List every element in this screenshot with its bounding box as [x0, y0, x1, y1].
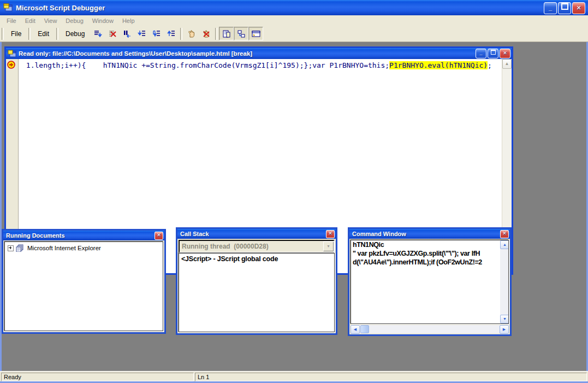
running-documents-title-bar[interactable]: Running Documents ✕	[3, 231, 164, 240]
chevron-down-icon[interactable]: ▼	[323, 241, 334, 251]
command-window-icon	[252, 30, 260, 38]
code-line: 1.length;i++){ hTN1NQic +=String.fromCha…	[22, 61, 492, 69]
menu-bar: File Edit View Debug Window Help	[0, 15, 588, 26]
minimize-icon: _	[479, 50, 482, 56]
code-post: ;	[488, 61, 492, 69]
clear-all-breakpoints-button[interactable]	[199, 27, 213, 40]
command-horizontal-scrollbar[interactable]: ◀ ▶	[351, 325, 509, 333]
scroll-up-icon[interactable]: ▲	[500, 240, 509, 249]
run-icon	[93, 30, 102, 38]
close-icon: ✕	[502, 231, 507, 236]
script-debugger-window: Microsoft Script Debugger _ ✕ File Edit …	[0, 0, 588, 383]
command-window-close-button[interactable]: ✕	[500, 230, 509, 238]
document-title: Read only: file://C:\Documents and Setti…	[19, 50, 252, 57]
status-ready-text: Ready	[4, 374, 21, 380]
stop-debugging-icon	[108, 30, 117, 38]
call-stack-title-bar[interactable]: Call Stack ✕	[177, 229, 336, 239]
code-pre: 1.length;i++){ hTN1NQic +=String.fromCha…	[22, 61, 389, 69]
toggle-breakpoint-icon	[187, 30, 196, 38]
clear-all-breakpoints-icon	[202, 30, 211, 38]
step-over-icon	[152, 30, 161, 38]
maximize-button[interactable]	[558, 2, 571, 14]
call-stack-title: Call Stack	[180, 231, 209, 237]
command-window-text[interactable]: hTN1NQic " var pkzLfv=uXGJZXGp.split(\"'…	[351, 240, 509, 324]
command-line: " var pkzLfv=uXGJZXGp.split(\"'\"); var …	[351, 249, 508, 258]
debug-toolbar-button[interactable]: Debug	[60, 27, 90, 40]
call-stack-close-button[interactable]: ✕	[326, 230, 335, 238]
menu-window[interactable]: Window	[88, 16, 118, 25]
tree-item-label: Microsoft Internet Explorer	[27, 245, 101, 251]
call-stack-toggle-button[interactable]	[234, 27, 248, 40]
window-title: Microsoft Script Debugger	[16, 4, 105, 12]
running-documents-title: Running Documents	[6, 232, 65, 239]
document-maximize-button[interactable]	[488, 49, 498, 58]
close-icon: ✕	[157, 232, 161, 238]
stop-debugging-button[interactable]	[105, 27, 120, 40]
toggle-breakpoint-button[interactable]	[184, 27, 199, 40]
run-button[interactable]	[90, 27, 105, 40]
document-icon	[8, 50, 16, 57]
tree-expand-icon[interactable]	[8, 245, 14, 251]
command-window-title-bar[interactable]: Command Window ✕	[349, 229, 510, 239]
documents-stack-icon	[16, 244, 25, 252]
file-toolbar-button[interactable]: File	[5, 27, 27, 40]
status-line-number: Ln 1	[195, 373, 587, 381]
status-ready: Ready	[1, 373, 194, 381]
edit-toolbar-button[interactable]: Edit	[32, 27, 55, 40]
running-documents-toggle-button[interactable]	[219, 27, 234, 40]
minimize-icon: _	[549, 4, 552, 11]
step-out-button[interactable]	[164, 27, 179, 40]
toolbar: File Edit Debug	[0, 26, 588, 42]
document-title-bar[interactable]: Read only: file://C:\Documents and Setti…	[6, 48, 512, 59]
stack-frame-item[interactable]: <JScript> - JScript global code	[179, 254, 334, 263]
running-documents-tree: Microsoft Internet Explorer	[4, 241, 163, 331]
break-at-next-statement-icon	[123, 30, 132, 38]
menu-edit[interactable]: Edit	[21, 16, 40, 25]
command-vertical-scrollbar[interactable]: ▲ ▼	[500, 240, 508, 323]
document-minimize-button[interactable]: _	[476, 49, 486, 58]
scroll-right-icon[interactable]: ▶	[500, 325, 509, 334]
minimize-button[interactable]: _	[544, 2, 557, 14]
scrollbar-thumb[interactable]	[360, 325, 369, 333]
close-icon: ✕	[576, 4, 581, 11]
thread-dropdown[interactable]: Running thread (00000D28) ▼	[179, 240, 335, 253]
maximize-icon	[491, 50, 496, 55]
tree-item-internet-explorer[interactable]: Microsoft Internet Explorer	[5, 242, 163, 252]
toolbar-separator	[28, 28, 31, 40]
toolbar-separator	[2, 28, 4, 40]
current-statement-arrow-icon	[7, 61, 16, 69]
toolbar-separator	[215, 28, 217, 40]
close-icon: ✕	[328, 231, 332, 236]
step-into-icon	[138, 30, 146, 38]
code-highlighted-statement: P1rBNHYO.eval(hTN1NQic)	[389, 61, 488, 69]
running-documents-icon	[222, 30, 231, 38]
menu-file[interactable]: File	[2, 16, 21, 25]
scroll-left-icon[interactable]: ◀	[351, 325, 360, 334]
command-window-title: Command Window	[352, 231, 406, 237]
close-button[interactable]: ✕	[572, 2, 585, 14]
call-stack-list: <JScript> - JScript global code	[179, 253, 335, 332]
step-into-button[interactable]	[134, 27, 149, 40]
maximize-icon	[561, 3, 568, 10]
menu-debug[interactable]: Debug	[61, 16, 87, 25]
call-stack-panel: Call Stack ✕ Running thread (00000D28) ▼…	[176, 227, 337, 335]
menu-view[interactable]: View	[40, 16, 62, 25]
close-icon: ✕	[503, 50, 507, 56]
toolbar-separator	[56, 28, 58, 40]
break-at-next-statement-button[interactable]	[120, 27, 134, 40]
status-bar: Ready Ln 1	[0, 371, 588, 381]
command-window-panel: Command Window ✕ hTN1NQic " var pkzLfv=u…	[348, 227, 512, 336]
step-over-button[interactable]	[149, 27, 164, 40]
command-line: hTN1NQic	[351, 240, 508, 249]
status-line-text: Ln 1	[198, 374, 209, 380]
command-window-toggle-button[interactable]	[248, 27, 263, 40]
scroll-up-icon[interactable]: ▲	[502, 59, 512, 69]
running-documents-close-button[interactable]: ✕	[155, 232, 163, 240]
step-out-icon	[167, 30, 176, 38]
scroll-down-icon[interactable]: ▼	[500, 315, 509, 323]
title-bar[interactable]: Microsoft Script Debugger _ ✕	[0, 0, 588, 15]
document-close-button[interactable]: ✕	[500, 49, 510, 58]
menu-help[interactable]: Help	[118, 16, 139, 25]
thread-dropdown-value: Running thread (00000D28)	[182, 243, 269, 250]
running-documents-panel: Running Documents ✕ Microsoft Internet	[2, 229, 166, 334]
